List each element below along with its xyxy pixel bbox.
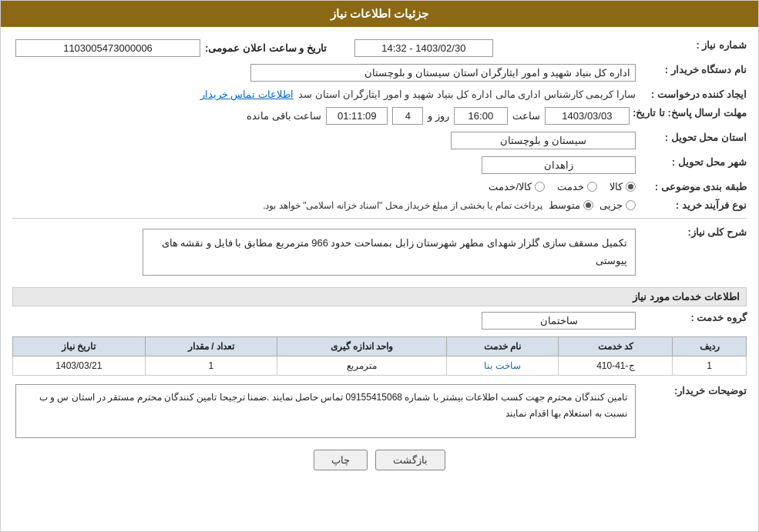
btn-chap[interactable]: چاپ bbox=[314, 450, 368, 470]
mohlat-mande-value: 01:11:09 bbox=[326, 107, 388, 125]
table-cell: ج-41-410 bbox=[559, 356, 673, 375]
radio-kala-label: کالا bbox=[610, 181, 623, 192]
table-cell: 1 bbox=[145, 356, 277, 375]
table-row: 1ج-41-410ساخت بنامترمربع11403/03/21 bbox=[13, 356, 747, 375]
mohlat-rooz-value: 4 bbox=[392, 107, 423, 125]
radio-motevaset-circle bbox=[583, 200, 593, 210]
radio-kalakhedmat-label: کالا/خدمت bbox=[489, 181, 532, 192]
table-cell: 1403/03/21 bbox=[13, 356, 146, 375]
col-nam: نام خدمت bbox=[446, 336, 559, 356]
mohlat-date: 1403/03/03 bbox=[545, 107, 630, 125]
shahr-label: شهر محل تحویل : bbox=[639, 154, 747, 170]
mohlat-saat-label: ساعت bbox=[512, 110, 540, 122]
radio-khedmat[interactable]: خدمت bbox=[557, 181, 597, 192]
tosiyeh-value: تامین کنندگان محترم جهت کسب اطلاعات بیشت… bbox=[15, 384, 636, 438]
radio-kalakhedmat-circle bbox=[535, 182, 545, 192]
radio-jazii-circle bbox=[626, 200, 636, 210]
shomare-niaz-value: 1103005473000006 bbox=[15, 39, 200, 57]
table-cell: 1 bbox=[673, 356, 747, 375]
mohlat-label: مهلت ارسال پاسخ: تا تاریخ: bbox=[633, 105, 747, 121]
radio-jazii-label: جزیی bbox=[599, 199, 623, 211]
radio-kala-circle bbox=[626, 182, 636, 192]
nam-dastgah-label: نام دستگاه خریدار : bbox=[639, 62, 747, 78]
contact-info-link[interactable]: اطلاعات تماس خریدار bbox=[200, 89, 294, 100]
btn-bazgasht[interactable]: بازگشت bbox=[375, 450, 445, 470]
taarikh-label: تاریخ و ساعت اعلان عمومی: bbox=[205, 42, 327, 54]
sharh-label: شرح کلی نیاز: bbox=[639, 223, 747, 240]
ijad-konande-value: سارا کریمی کارشناس اداری مالی اداره کل ب… bbox=[298, 89, 636, 100]
radio-khedmat-label: خدمت bbox=[557, 181, 584, 192]
tabaghe-label: طبقه بندی موضوعی : bbox=[639, 179, 747, 195]
group-value: ساختمان bbox=[482, 312, 636, 330]
radio-kala-khedmat[interactable]: کالا/خدمت bbox=[489, 181, 545, 192]
radio-jazii[interactable]: جزیی bbox=[599, 199, 636, 211]
shahr-value: زاهدان bbox=[482, 156, 636, 174]
mohlat-mande-label: ساعت باقی مانده bbox=[247, 110, 321, 122]
ijad-konande-label: ایجاد کننده درخواست : bbox=[639, 86, 747, 102]
faraaind-label: نوع فرآیند خرید : bbox=[639, 197, 747, 213]
tosiyeh-label: توضیحات خریدار: bbox=[639, 382, 747, 399]
button-row: بازگشت چاپ bbox=[12, 450, 747, 470]
col-radif: ردیف bbox=[673, 336, 747, 356]
services-table: ردیف کد خدمت نام خدمت واحد اندازه گیری ت… bbox=[12, 336, 747, 376]
col-tedad: تعداد / مقدار bbox=[145, 336, 277, 356]
taarikh-value: 1403/02/30 - 14:32 bbox=[354, 39, 493, 57]
ostan-value: سیستان و بلوچستان bbox=[451, 132, 636, 149]
page-title: جزئیات اطلاعات نیاز bbox=[331, 7, 428, 20]
shomare-niaz-label: شماره نیاز : bbox=[639, 37, 747, 53]
section-khadamat: اطلاعات خدمات مورد نیاز bbox=[12, 287, 747, 306]
group-label: گروه خدمت : bbox=[639, 309, 747, 326]
sharh-value: تکمیل مسقف سازی گلزار شهدای مطهر شهرستان… bbox=[143, 229, 636, 276]
page-header: جزئیات اطلاعات نیاز bbox=[1, 1, 758, 27]
radio-kala[interactable]: کالا bbox=[610, 181, 636, 192]
faraaind-desc: پرداخت تمام یا بخشی از مبلغ خریداز محل "… bbox=[263, 200, 542, 211]
radio-khedmat-circle bbox=[587, 182, 597, 192]
col-kod: کد خدمت bbox=[559, 336, 673, 356]
col-vahed: واحد اندازه گیری bbox=[277, 336, 447, 356]
col-tarikh: تاریخ نیاز bbox=[13, 336, 146, 356]
ostan-label: استان محل تحویل : bbox=[639, 129, 747, 146]
table-cell: مترمربع bbox=[277, 356, 447, 375]
table-cell: ساخت بنا bbox=[446, 356, 559, 375]
nam-dastgah-value: اداره کل بنیاد شهید و امور ایثارگران است… bbox=[250, 64, 636, 82]
mohlat-saat-value: 16:00 bbox=[454, 107, 508, 125]
radio-motevaset-label: متوسط bbox=[549, 199, 580, 211]
mohlat-rooz-label: روز و bbox=[428, 110, 449, 122]
radio-motevaset[interactable]: متوسط bbox=[549, 199, 593, 211]
